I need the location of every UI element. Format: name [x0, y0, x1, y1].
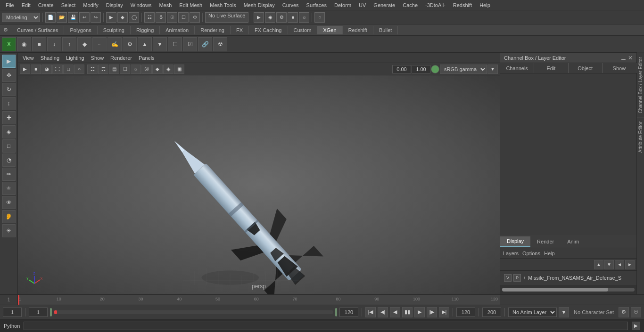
- color-space-select[interactable]: sRGB gamma: [440, 65, 487, 74]
- edge-tab-attribute-editor[interactable]: Attribute Editor: [637, 117, 644, 156]
- cb-tab-object[interactable]: Object: [569, 63, 603, 73]
- le-tab-display[interactable]: Display: [500, 236, 530, 247]
- menu-file[interactable]: File: [2, 1, 18, 9]
- redo-btn[interactable]: ↪: [91, 12, 101, 23]
- magnet-btn[interactable]: ⚙: [190, 12, 200, 23]
- layer-playback-toggle[interactable]: P: [513, 274, 521, 282]
- next-key-btn[interactable]: |▶: [427, 307, 437, 317]
- shelf-icon2[interactable]: ◉: [17, 37, 31, 51]
- cb-tab-show[interactable]: Show: [603, 63, 636, 73]
- shadow-btn[interactable]: ☹: [141, 65, 152, 74]
- texture-btn[interactable]: ☐: [120, 65, 130, 74]
- layer-menu-options[interactable]: Options: [522, 251, 540, 256]
- stop-btn[interactable]: ▮▮: [402, 307, 413, 317]
- live-surface-btn[interactable]: No Live Surface: [205, 12, 248, 23]
- shelf-icon7[interactable]: ◦: [92, 37, 107, 51]
- menu-select[interactable]: Select: [58, 1, 80, 9]
- viewport-canvas[interactable]: X Y Z persp: [18, 75, 500, 294]
- timeline-ruler[interactable]: 1 10 20 30 40 50 60 70 80 90 100 110 120: [18, 295, 500, 305]
- isolate-btn[interactable]: ◉: [163, 65, 173, 74]
- render-settings-btn[interactable]: ⚙: [276, 12, 287, 23]
- playback-slider[interactable]: [54, 310, 333, 314]
- shelf-icon5[interactable]: ↑: [62, 37, 76, 51]
- goto-start-btn[interactable]: |◀: [365, 307, 376, 317]
- menu-3dtoa[interactable]: -3DtoAll-: [421, 1, 449, 9]
- show-lt[interactable]: 👂: [2, 210, 16, 223]
- mode-tab-animation[interactable]: Animation: [160, 26, 195, 34]
- frame-btn[interactable]: ☴: [98, 65, 108, 74]
- film-cam-btn[interactable]: ◕: [41, 65, 52, 74]
- anim-layer-select[interactable]: No Anim Layer: [508, 308, 557, 317]
- layer-menu-help[interactable]: Help: [544, 251, 555, 256]
- render-lt[interactable]: ☀: [2, 224, 16, 237]
- menu-modify[interactable]: Modify: [79, 1, 102, 9]
- open-file-btn[interactable]: 📂: [57, 12, 67, 23]
- undo-btn[interactable]: ↩: [79, 12, 90, 23]
- playback-end-frame[interactable]: [456, 308, 475, 317]
- save-file-btn[interactable]: 💾: [68, 12, 78, 23]
- viewport-menu-lighting[interactable]: Lighting: [63, 54, 87, 62]
- snap-grid-btn[interactable]: ☷: [144, 12, 155, 23]
- shelf-icon11[interactable]: ▼: [153, 37, 167, 51]
- lasso-lt[interactable]: ◔: [2, 154, 16, 167]
- menu-deform[interactable]: Deform: [330, 1, 355, 9]
- mode-tab-curves-surfaces[interactable]: Curves / Surfaces: [11, 26, 64, 34]
- light-editor-btn[interactable]: ☼: [299, 12, 309, 23]
- layer-down-btn[interactable]: ►: [625, 260, 635, 269]
- viewport-menu-shading[interactable]: Shading: [38, 54, 62, 62]
- rotate-tool-lt[interactable]: ↻: [2, 83, 16, 96]
- mode-settings-icon[interactable]: ⚙: [0, 24, 11, 36]
- xray-btn[interactable]: ◆: [152, 65, 163, 74]
- layer-horizontal-scrollbar[interactable]: [502, 288, 635, 292]
- cb-tab-channels[interactable]: Channels: [500, 63, 534, 73]
- menu-windows[interactable]: Windows: [127, 1, 156, 9]
- anim-layer-down-arrow[interactable]: ▼: [559, 307, 569, 317]
- shelf-icon3[interactable]: ■: [32, 37, 46, 51]
- menu-create[interactable]: Create: [34, 1, 58, 9]
- snap-point-btn[interactable]: ☉: [167, 12, 177, 23]
- python-input[interactable]: [24, 322, 628, 330]
- channel-box-minimize[interactable]: ⚊: [621, 55, 626, 61]
- menu-curves[interactable]: Curves: [279, 1, 303, 9]
- resolution-btn[interactable]: ▣: [174, 65, 184, 74]
- layer-remove-btn[interactable]: ▼: [604, 260, 614, 269]
- menu-display[interactable]: Display: [102, 1, 127, 9]
- mode-tab-polygons[interactable]: Polygons: [64, 26, 97, 34]
- cam-select-btn[interactable]: ▶: [20, 65, 30, 74]
- menu-uv[interactable]: UV: [355, 1, 370, 9]
- edge-tab-channel-box[interactable]: Channel Box / Layer Editor: [637, 53, 644, 117]
- layer-visibility-toggle[interactable]: V: [504, 274, 512, 282]
- prev-key-btn[interactable]: ◀|: [378, 307, 388, 317]
- menu-generate[interactable]: Generate: [370, 1, 399, 9]
- viewport-menu-panels[interactable]: Panels: [136, 54, 157, 62]
- menu-help[interactable]: Help: [476, 1, 494, 9]
- shelf-icon13[interactable]: ☑: [183, 37, 197, 51]
- layer-menu-layers[interactable]: Layers: [503, 251, 519, 256]
- play-fwd-btn[interactable]: ▶: [414, 307, 425, 317]
- python-exec-btn[interactable]: ▶: [632, 322, 640, 330]
- extra-btn1[interactable]: ○: [314, 12, 325, 23]
- select-camera-btn[interactable]: ⛶: [52, 65, 63, 74]
- menu-mesh[interactable]: Mesh: [155, 1, 175, 9]
- mode-tab-xgen[interactable]: XGen: [317, 26, 342, 34]
- new-file-btn[interactable]: 📄: [45, 12, 56, 23]
- le-tab-anim[interactable]: Anim: [561, 237, 586, 246]
- cb-tab-edit[interactable]: Edit: [534, 63, 568, 73]
- marquee-lt[interactable]: □: [2, 139, 16, 153]
- mode-tab-redshift[interactable]: Redshift: [343, 26, 373, 34]
- menu-surfaces[interactable]: Surfaces: [303, 1, 330, 9]
- render-view-btn[interactable]: ■: [288, 12, 298, 23]
- mode-tab-rendering[interactable]: Rendering: [195, 26, 231, 34]
- layer-up-btn[interactable]: ◄: [615, 260, 624, 269]
- menu-cache[interactable]: Cache: [399, 1, 421, 9]
- mode-tab-sculpting[interactable]: Sculpting: [98, 26, 131, 34]
- mode-tab-bullet[interactable]: Bullet: [373, 26, 398, 34]
- current-frame-input[interactable]: [3, 308, 22, 317]
- scale-input[interactable]: [412, 65, 430, 73]
- shelf-icon12[interactable]: ☐: [168, 37, 182, 51]
- shelf-icon6[interactable]: ◆: [77, 37, 91, 51]
- range-start-input[interactable]: [29, 308, 48, 317]
- char-set-extra[interactable]: ☉: [631, 307, 641, 317]
- viewport-menu-show[interactable]: Show: [88, 54, 107, 62]
- transform-tool-lt[interactable]: ✚: [2, 111, 16, 124]
